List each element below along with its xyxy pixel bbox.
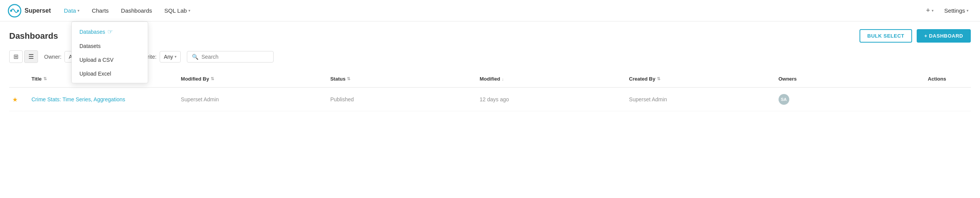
logo: Superset [8,4,51,18]
data-dropdown-menu: Databases ☞ Datasets Upload a CSV Upload… [71,21,148,83]
th-actions: Actions [925,74,971,83]
chevron-down-icon-favorite: ▾ [175,54,177,59]
td-owners: SA [775,92,925,106]
th-status[interactable]: Status ⇅ [327,74,477,83]
td-modified: 12 days ago [477,95,626,104]
logo-icon [8,4,21,18]
table-row: ★ Crime Stats: Time Series, Aggregations… [9,88,971,111]
dropdown-item-databases[interactable]: Databases ☞ [72,24,148,39]
dropdown-item-datasets[interactable]: Datasets [72,39,148,53]
td-status: Published [327,95,477,104]
nav-item-sqllab[interactable]: SQL Lab ▾ [159,4,196,17]
page-title: Dashboards [9,31,58,41]
svg-point-2 [17,10,19,12]
nav-item-data[interactable]: Data ▾ [58,4,85,17]
th-modified[interactable]: Modified ↓ [477,74,626,83]
th-modified-by[interactable]: Modified By ⇅ [178,74,327,83]
td-star[interactable]: ★ [9,94,28,105]
list-view-button[interactable]: ☰ [24,50,38,63]
cursor-icon: ☞ [107,28,113,35]
search-input[interactable] [201,54,269,60]
owner-label: Owner: [44,54,61,60]
sort-icon-modified: ↓ [502,77,504,81]
chevron-down-icon-plus: ▾ [932,8,934,13]
navbar: Superset Data ▾ Charts Dashboards SQL La… [0,0,980,21]
nav-plus-button[interactable]: + ▾ [922,4,937,17]
td-title[interactable]: Crime Stats: Time Series, Aggregations [28,95,178,104]
bulk-select-button[interactable]: BULK SELECT [860,29,912,43]
dropdown-item-upload-excel[interactable]: Upload Excel [72,67,148,81]
search-box[interactable]: 🔍 [187,51,274,63]
avatar: SA [779,94,789,105]
logo-text: Superset [25,7,51,14]
sort-icon-created-by: ⇅ [657,76,660,81]
nav-items: Data ▾ Charts Dashboards SQL Lab ▾ [58,4,922,17]
sort-icon-status: ⇅ [347,76,350,81]
search-icon: 🔍 [192,54,198,60]
table-header: Title ⇅ Modified By ⇅ Status ⇅ Modified … [9,71,971,88]
filter-row: ⊞ ☰ Owner: All ▾ Status: Any ▾ Favorite:… [9,50,971,63]
add-dashboard-button[interactable]: + DASHBOARD [917,29,971,43]
header-actions: BULK SELECT + DASHBOARD [860,29,971,43]
favorite-select[interactable]: Any ▾ [160,51,181,63]
view-toggle: ⊞ ☰ [9,50,38,63]
table-container: Title ⇅ Modified By ⇅ Status ⇅ Modified … [9,71,971,111]
td-modified-by: Superset Admin [178,95,327,104]
chevron-down-icon: ▾ [78,8,79,13]
sort-icon-modified-by: ⇅ [211,76,214,81]
td-actions [925,98,971,101]
th-star [9,74,28,83]
chevron-down-icon-settings: ▾ [967,8,968,13]
sort-icon-title: ⇅ [43,76,47,81]
svg-point-1 [10,10,12,12]
dropdown-item-upload-csv[interactable]: Upload a CSV [72,53,148,67]
favorite-star-icon[interactable]: ★ [12,96,18,103]
settings-button[interactable]: Settings ▾ [940,5,972,16]
th-created-by[interactable]: Created By ⇅ [626,74,775,83]
th-owners: Owners [775,74,925,83]
nav-item-dashboards[interactable]: Dashboards [115,4,157,17]
grid-view-button[interactable]: ⊞ [9,50,23,63]
nav-item-charts[interactable]: Charts [86,4,114,17]
page-header: Dashboards BULK SELECT + DASHBOARD [9,29,971,43]
nav-right: + ▾ Settings ▾ [922,4,972,17]
chevron-down-icon-sqllab: ▾ [188,8,190,13]
td-created-by: Superset Admin [626,95,775,104]
